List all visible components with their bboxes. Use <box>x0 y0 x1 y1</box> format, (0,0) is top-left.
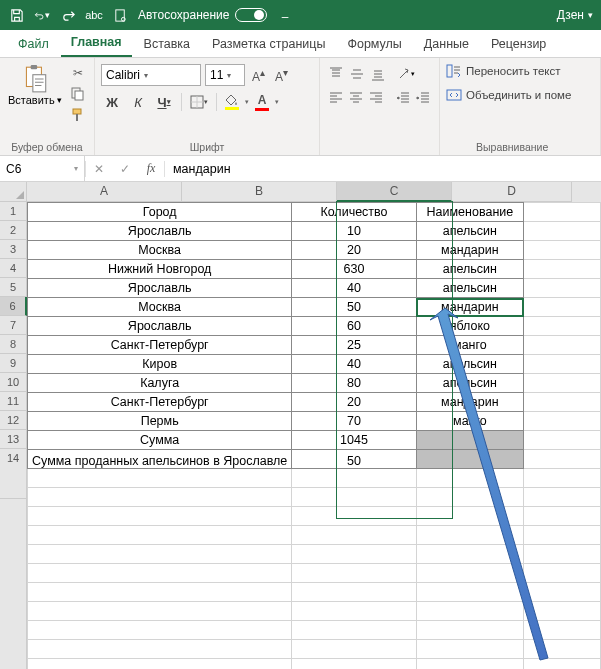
cell[interactable] <box>524 450 601 469</box>
autosave-toggle[interactable]: Автосохранение <box>138 8 267 22</box>
cell[interactable]: Нижний Новгород <box>28 260 292 279</box>
cell[interactable] <box>292 488 416 507</box>
worksheet[interactable]: A B C D 1234567891011121314 ГородКоличес… <box>0 182 601 669</box>
cell[interactable]: 630 <box>292 260 416 279</box>
font-color-button[interactable]: А <box>253 93 271 111</box>
cell[interactable]: яблоко <box>416 317 523 336</box>
cell[interactable]: Москва <box>28 241 292 260</box>
cell[interactable]: Пермь <box>28 412 292 431</box>
cell[interactable] <box>416 469 523 488</box>
cell[interactable]: 40 <box>292 355 416 374</box>
row-header-10[interactable]: 10 <box>0 373 27 392</box>
cell[interactable]: Санкт-Петербург <box>28 393 292 412</box>
cell[interactable] <box>524 298 601 317</box>
name-box[interactable]: C6▾ <box>0 156 85 181</box>
cell[interactable] <box>28 583 292 602</box>
col-header-d[interactable]: D <box>452 182 572 202</box>
row-header-5[interactable]: 5 <box>0 278 27 297</box>
align-bottom-icon[interactable] <box>368 64 388 84</box>
cell[interactable] <box>292 621 416 640</box>
cell[interactable] <box>524 659 601 670</box>
col-header-c[interactable]: C <box>337 182 452 202</box>
copy-icon[interactable] <box>68 85 88 103</box>
row-header-6[interactable]: 6 <box>0 297 27 316</box>
col-header-a[interactable]: A <box>27 182 182 202</box>
cell[interactable]: 80 <box>292 374 416 393</box>
cell[interactable] <box>416 507 523 526</box>
cell[interactable] <box>524 431 601 450</box>
cell[interactable] <box>416 602 523 621</box>
cell[interactable] <box>28 564 292 583</box>
fill-color-button[interactable] <box>223 94 241 110</box>
cell[interactable]: Калуга <box>28 374 292 393</box>
cell[interactable] <box>292 526 416 545</box>
touch-mode-icon[interactable] <box>112 7 128 23</box>
spellcheck-icon[interactable]: abc <box>86 7 102 23</box>
cell[interactable]: апельсин <box>416 374 523 393</box>
cell[interactable] <box>524 374 601 393</box>
cell[interactable] <box>28 602 292 621</box>
cell[interactable] <box>416 659 523 670</box>
cell[interactable] <box>524 222 601 241</box>
cell[interactable] <box>416 526 523 545</box>
cell[interactable] <box>416 450 523 469</box>
cell[interactable] <box>524 602 601 621</box>
cell[interactable]: 40 <box>292 279 416 298</box>
qat-customize-icon[interactable]: ⚊ <box>277 7 293 23</box>
cell[interactable] <box>292 507 416 526</box>
cell[interactable] <box>292 640 416 659</box>
cell[interactable] <box>292 659 416 670</box>
cell[interactable] <box>416 545 523 564</box>
underline-button[interactable]: Ч▾ <box>153 92 175 112</box>
cell[interactable] <box>524 393 601 412</box>
redo-icon[interactable] <box>60 7 76 23</box>
increase-indent-icon[interactable] <box>414 88 433 108</box>
cell[interactable] <box>416 431 523 450</box>
cell[interactable]: Киров <box>28 355 292 374</box>
cell[interactable]: мандарин <box>416 241 523 260</box>
cell[interactable]: Наименование <box>416 203 523 222</box>
font-name-combo[interactable]: Calibri▾ <box>101 64 201 86</box>
cut-icon[interactable]: ✂ <box>68 64 88 82</box>
cell[interactable] <box>524 279 601 298</box>
cell[interactable]: апельсин <box>416 222 523 241</box>
bold-button[interactable]: Ж <box>101 92 123 112</box>
cell[interactable]: Ярославль <box>28 279 292 298</box>
col-header-b[interactable]: B <box>182 182 337 202</box>
cell[interactable]: Сумма проданных апельсинов в Ярославле <box>28 450 292 469</box>
row-header-4[interactable]: 4 <box>0 259 27 278</box>
cell[interactable] <box>416 621 523 640</box>
align-left-icon[interactable] <box>326 88 345 108</box>
cell[interactable] <box>28 488 292 507</box>
cell[interactable] <box>28 640 292 659</box>
cell[interactable] <box>28 469 292 488</box>
cell[interactable] <box>524 621 601 640</box>
align-middle-icon[interactable] <box>347 64 367 84</box>
cell[interactable]: апельсин <box>416 355 523 374</box>
cell[interactable]: 25 <box>292 336 416 355</box>
format-painter-icon[interactable] <box>68 106 88 124</box>
cell[interactable]: 1045 <box>292 431 416 450</box>
undo-icon[interactable]: ▾ <box>34 7 50 23</box>
cell[interactable] <box>524 203 601 222</box>
row-header-9[interactable]: 9 <box>0 354 27 373</box>
cell[interactable] <box>524 545 601 564</box>
cell[interactable]: апельсин <box>416 260 523 279</box>
cell[interactable] <box>416 640 523 659</box>
cell[interactable]: 20 <box>292 241 416 260</box>
cell[interactable] <box>524 640 601 659</box>
cell[interactable] <box>416 583 523 602</box>
cell[interactable] <box>416 564 523 583</box>
formula-input[interactable]: мандарин <box>165 162 601 176</box>
fx-icon[interactable]: fx <box>138 156 164 181</box>
align-top-icon[interactable] <box>326 64 346 84</box>
cell[interactable]: манго <box>416 412 523 431</box>
borders-button[interactable]: ▾ <box>188 92 210 112</box>
cell[interactable] <box>292 583 416 602</box>
cell[interactable]: мандарин <box>416 393 523 412</box>
tab-page-layout[interactable]: Разметка страницы <box>202 32 335 57</box>
cell[interactable] <box>28 659 292 670</box>
select-all-corner[interactable] <box>0 182 27 202</box>
tab-formulas[interactable]: Формулы <box>337 32 411 57</box>
save-icon[interactable] <box>8 7 24 23</box>
